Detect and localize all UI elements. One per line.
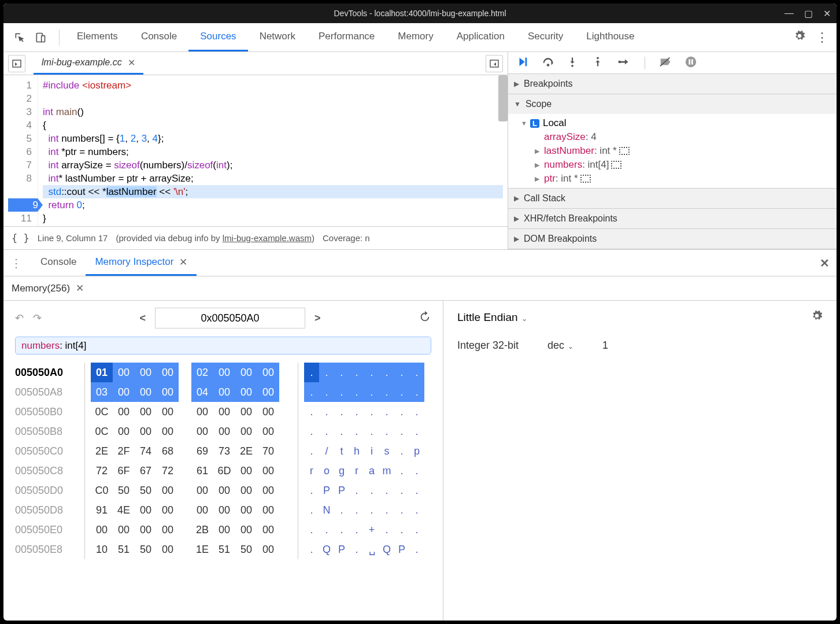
scope-var-ptr[interactable]: ▶ptr: int * [508, 172, 837, 186]
wasm-link[interactable]: lmi-bug-example.wasm [223, 233, 312, 243]
hex-row[interactable]: 005050E0000000002B000000....+... [15, 520, 431, 540]
byte[interactable]: 00 [213, 363, 235, 382]
byte[interactable]: 2F [113, 441, 135, 461]
hex-viewer[interactable]: 005050A00100000002000000........005050A8… [15, 363, 431, 559]
byte[interactable]: 50 [135, 540, 157, 559]
byte[interactable]: 00 [213, 402, 235, 422]
hex-row[interactable]: 005050D8914E000000000000.N...... [15, 500, 431, 520]
callstack-section[interactable]: ▶Call Stack [508, 189, 837, 208]
more-icon[interactable]: ⋮ [10, 256, 22, 270]
byte[interactable]: 03 [91, 382, 113, 402]
memory-icon[interactable] [619, 147, 630, 155]
snippets-icon[interactable] [486, 55, 503, 72]
pretty-print-icon[interactable]: { } [12, 232, 29, 244]
dom-breakpoints-section[interactable]: ▶DOM Breakpoints [508, 229, 837, 249]
hex-row[interactable]: 005050E8105150001E515000.QP.␣QP. [15, 540, 431, 559]
byte[interactable]: C0 [91, 481, 113, 500]
object-chip[interactable]: numbers: int[4] [15, 337, 431, 355]
scope-var-arraySize[interactable]: arraySize: 4 [508, 130, 837, 144]
byte[interactable]: 00 [235, 461, 257, 481]
byte[interactable]: 50 [113, 481, 135, 500]
close-icon[interactable]: ✕ [76, 283, 84, 294]
drawer-tab-console[interactable]: Console [31, 250, 86, 276]
scrollbar[interactable] [498, 75, 508, 121]
byte[interactable]: 72 [91, 461, 113, 481]
byte[interactable]: 00 [157, 520, 179, 540]
byte[interactable]: 00 [191, 402, 213, 422]
scope-var-numbers[interactable]: ▶numbers: int[4] [508, 158, 837, 172]
byte[interactable]: 00 [157, 500, 179, 520]
redo-icon[interactable]: ↷ [33, 312, 42, 324]
byte[interactable]: 00 [157, 363, 179, 382]
navigator-toggle-icon[interactable] [8, 55, 25, 72]
byte[interactable]: 6D [213, 461, 235, 481]
byte[interactable]: 74 [135, 441, 157, 461]
byte[interactable]: 00 [235, 481, 257, 500]
close-icon[interactable]: ✕ [823, 8, 831, 19]
tab-application[interactable]: Application [445, 23, 516, 51]
byte[interactable]: 00 [113, 402, 135, 422]
settings-icon[interactable] [794, 30, 805, 45]
hex-row[interactable]: 005050C8726F6772616D0000rogram.. [15, 461, 431, 481]
step-into-icon[interactable] [567, 56, 580, 71]
byte[interactable]: 00 [235, 520, 257, 540]
byte[interactable]: 00 [235, 382, 257, 402]
byte[interactable]: 00 [257, 520, 279, 540]
memory-icon[interactable] [580, 175, 591, 183]
byte[interactable]: 00 [113, 422, 135, 441]
byte[interactable]: 00 [257, 500, 279, 520]
byte[interactable]: 00 [157, 382, 179, 402]
byte[interactable]: 00 [135, 402, 157, 422]
byte[interactable]: 72 [157, 461, 179, 481]
byte[interactable]: 00 [235, 402, 257, 422]
settings-icon[interactable] [811, 310, 823, 324]
hex-row[interactable]: 005050A80300000004000000........ [15, 382, 431, 402]
tab-lighthouse[interactable]: Lighthouse [575, 23, 646, 51]
byte[interactable]: 00 [191, 500, 213, 520]
byte[interactable]: 0C [91, 402, 113, 422]
breakpoints-section[interactable]: ▶Breakpoints [508, 74, 837, 94]
device-icon[interactable] [32, 29, 49, 46]
byte[interactable]: 00 [257, 363, 279, 382]
byte[interactable]: 00 [257, 540, 279, 559]
undo-icon[interactable]: ↶ [15, 312, 24, 324]
byte[interactable]: 00 [135, 363, 157, 382]
byte[interactable]: 50 [135, 481, 157, 500]
byte[interactable]: 00 [135, 500, 157, 520]
endianness-selector[interactable]: Little Endian⌄ [457, 311, 527, 324]
byte[interactable]: 00 [213, 520, 235, 540]
byte[interactable]: 04 [191, 382, 213, 402]
pause-exceptions-icon[interactable] [684, 56, 697, 71]
tab-security[interactable]: Security [516, 23, 575, 51]
step-out-icon[interactable] [593, 56, 605, 71]
byte[interactable]: 00 [135, 422, 157, 441]
close-drawer-icon[interactable]: ✕ [820, 256, 830, 270]
hex-row[interactable]: 005050C02E2F746869732E70./this.p [15, 441, 431, 461]
byte[interactable]: 2E [235, 441, 257, 461]
byte[interactable]: 10 [91, 540, 113, 559]
byte[interactable]: 91 [91, 500, 113, 520]
byte[interactable]: 00 [113, 363, 135, 382]
byte[interactable]: 00 [157, 422, 179, 441]
tab-network[interactable]: Network [248, 23, 307, 51]
step-over-icon[interactable] [542, 56, 554, 71]
close-icon[interactable]: ✕ [128, 57, 135, 68]
tab-memory[interactable]: Memory [386, 23, 445, 51]
tab-performance[interactable]: Performance [307, 23, 386, 51]
byte[interactable]: 00 [135, 382, 157, 402]
next-page-icon[interactable]: > [314, 312, 321, 324]
hex-row[interactable]: 005050A00100000002000000........ [15, 363, 431, 382]
byte[interactable]: 00 [157, 402, 179, 422]
minimize-icon[interactable]: — [785, 8, 794, 19]
byte[interactable]: 00 [191, 481, 213, 500]
scope-local[interactable]: ▼LLocal [508, 116, 837, 130]
byte[interactable]: 00 [257, 422, 279, 441]
address-input[interactable] [155, 308, 305, 328]
byte[interactable]: 70 [257, 441, 279, 461]
byte[interactable]: 00 [213, 500, 235, 520]
prev-page-icon[interactable]: < [139, 312, 146, 324]
hex-row[interactable]: 005050D0C050500000000000.PP..... [15, 481, 431, 500]
tab-elements[interactable]: Elements [65, 23, 129, 51]
resume-icon[interactable] [516, 56, 529, 71]
byte[interactable]: 00 [113, 520, 135, 540]
